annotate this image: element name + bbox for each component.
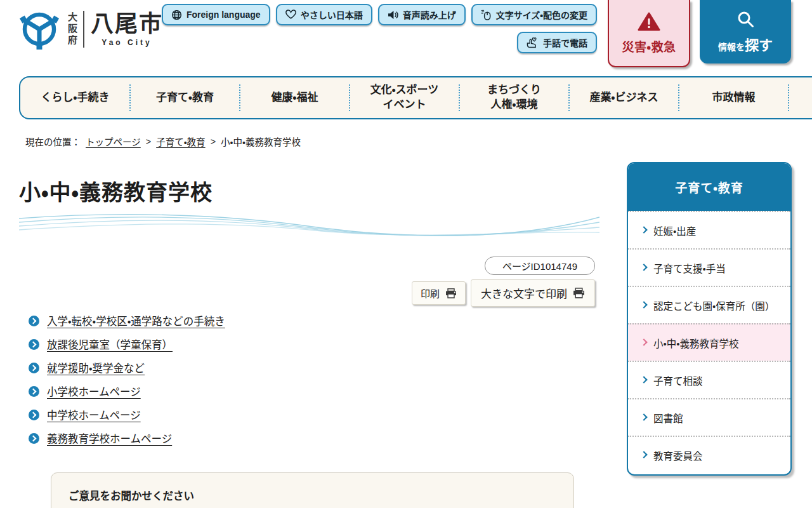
prefecture-label: 大阪府 xyxy=(67,12,77,46)
link-shogakko[interactable]: 小学校ホームページ xyxy=(47,384,141,399)
wave-decoration xyxy=(19,210,599,239)
breadcrumb-prefix: 現在の位置： xyxy=(25,135,81,148)
nav-item-bunka[interactable]: 文化・スポーツ イベント xyxy=(350,77,459,118)
nav-label: くらし・手続き xyxy=(41,91,110,105)
sidebar-item-gakko-active[interactable]: 小・中・義務教育学校 xyxy=(628,323,790,361)
print-label: 印刷 xyxy=(421,286,440,300)
link-houkago[interactable]: 放課後児童室（学童保育） xyxy=(47,337,173,352)
breadcrumb-current: 小・中・義務教育学校 xyxy=(221,135,301,148)
link-gimukyoiku[interactable]: 義務教育学校ホームページ xyxy=(47,431,172,446)
sidebar-title[interactable]: 子育て・教育 xyxy=(628,163,790,211)
yao-city-emblem-icon xyxy=(19,9,60,50)
logo-divider xyxy=(83,11,84,48)
nav-item-kurashi[interactable]: くらし・手続き xyxy=(20,77,130,118)
sign-language-phone-button[interactable]: 手話で電話 xyxy=(517,32,597,53)
list-item: 中学校ホームページ xyxy=(29,408,225,422)
print-large-label: 大きな文字で印刷 xyxy=(481,285,567,301)
city-name: 八尾市 xyxy=(91,11,163,37)
button-label: 音声読み上げ xyxy=(403,8,456,21)
nav-label: 産業・ビジネス xyxy=(590,91,658,105)
sidebar-item-label: 子育て相談 xyxy=(653,373,703,387)
chevron-right-icon xyxy=(640,413,647,420)
nav-label: 健康・福祉 xyxy=(272,91,318,105)
nav-label: 子育て・教育 xyxy=(156,91,214,105)
page-id-badge: ページID1014749 xyxy=(485,257,595,275)
print-button-row: 印刷 大きな文字で印刷 xyxy=(19,279,595,307)
search-icon xyxy=(736,10,755,29)
nav-label: まちづくり xyxy=(487,83,541,98)
nav-item-kosodate[interactable]: 子育て・教育 xyxy=(130,77,240,118)
nav-label: 文化・スポーツ xyxy=(370,83,438,98)
sign-language-icon xyxy=(527,37,539,48)
feedback-box: ご意見をお聞かせください xyxy=(51,472,574,508)
site-logo[interactable]: 大阪府 八尾市 Yao City xyxy=(19,9,163,50)
text-to-speech-button[interactable]: 音声読み上げ xyxy=(378,4,466,25)
printer-icon xyxy=(573,288,585,298)
sidebar-item-kyoiku-iinkai[interactable]: 教育委員会 xyxy=(628,436,790,473)
list-item: 就学援助・奨学金など xyxy=(29,361,225,375)
chevron-right-icon xyxy=(640,338,647,345)
breadcrumb-link-kosodate[interactable]: 子育て・教育 xyxy=(156,135,205,148)
text-size-color-button[interactable]: 文字サイズ・配色の変更 xyxy=(471,4,597,25)
page-title: 小・中・義務教育学校 xyxy=(19,175,213,206)
link-nyugaku[interactable]: 入学・転校・学校区・通学路などの手続き xyxy=(47,313,225,328)
sidebar-item-kodomoen[interactable]: 認定こども園・保育所（園） xyxy=(628,286,790,323)
speaker-icon xyxy=(388,10,398,20)
print-button[interactable]: 印刷 xyxy=(412,281,466,305)
search-label: 情報を 探す xyxy=(718,34,773,54)
sidebar-item-sodan[interactable]: 子育て相談 xyxy=(628,361,790,398)
list-item: 入学・転校・学校区・通学路などの手続き xyxy=(29,314,225,328)
button-label: 手話で電話 xyxy=(543,36,587,49)
sidebar-item-toshokan[interactable]: 図書館 xyxy=(628,398,790,436)
search-label-large: 探す xyxy=(745,34,773,54)
breadcrumb-separator: > xyxy=(146,137,151,147)
easy-japanese-button[interactable]: やさしい日本語 xyxy=(276,4,372,25)
nav-item-kenko[interactable]: 健康・福祉 xyxy=(240,77,350,118)
print-large-button[interactable]: 大きな文字で印刷 xyxy=(471,279,595,307)
nav-label: 市政情報 xyxy=(712,91,756,105)
printer-icon xyxy=(445,288,457,298)
arrow-bullet-icon xyxy=(29,339,39,350)
search-label-small: 情報を xyxy=(718,40,745,53)
button-label: 文字サイズ・配色の変更 xyxy=(496,8,587,21)
sidebar-item-label: 認定こども園・保育所（園） xyxy=(653,298,775,312)
search-info-button[interactable]: 情報を 探す xyxy=(700,0,791,64)
breadcrumb-link-top[interactable]: トップページ xyxy=(86,135,141,148)
sidebar-item-label: 小・中・義務教育学校 xyxy=(653,336,739,350)
sidebar-item-label: 妊娠・出産 xyxy=(653,224,696,237)
disaster-emergency-button[interactable]: 災害・救急 xyxy=(608,0,690,67)
utility-button-row: Foreign language やさしい日本語 音声読み上げ 文字サイズ・配色… xyxy=(162,4,597,25)
globe-icon xyxy=(171,10,182,20)
chevron-right-icon xyxy=(640,264,647,271)
chevron-right-icon xyxy=(640,376,647,383)
link-shugaku[interactable]: 就学援助・奨学金など xyxy=(47,360,145,375)
sidebar-item-shien[interactable]: 子育て支援・手当 xyxy=(628,248,790,286)
nav-item-sangyo[interactable]: 産業・ビジネス xyxy=(569,77,679,118)
mouse-icon xyxy=(481,10,492,20)
city-name-en: Yao City xyxy=(91,38,163,47)
chevron-right-icon xyxy=(640,226,647,233)
nav-label-line2: 人権・環境 xyxy=(491,98,538,112)
warning-icon xyxy=(638,12,660,32)
arrow-bullet-icon xyxy=(29,410,39,420)
chevron-right-icon xyxy=(640,451,647,458)
arrow-bullet-icon xyxy=(29,433,39,444)
breadcrumb-separator: > xyxy=(211,137,216,147)
arrow-bullet-icon xyxy=(29,386,39,397)
sidebar-item-ninshin[interactable]: 妊娠・出産 xyxy=(628,211,790,248)
nav-item-overflow xyxy=(789,77,812,118)
link-chugakko[interactable]: 中学校ホームページ xyxy=(47,407,141,422)
list-item: 放課後児童室（学童保育） xyxy=(29,337,225,351)
content-link-list: 入学・転校・学校区・通学路などの手続き 放課後児童室（学童保育） 就学援助・奨学… xyxy=(29,314,225,455)
arrow-bullet-icon xyxy=(29,316,39,326)
foreign-language-button[interactable]: Foreign language xyxy=(162,4,270,25)
utility-button-row2: 手話で電話 xyxy=(517,32,597,53)
heart-icon xyxy=(285,10,296,20)
sidebar-item-label: 図書館 xyxy=(653,411,683,425)
nav-item-machizukuri[interactable]: まちづくり 人権・環境 xyxy=(459,77,569,118)
feedback-title: ご意見をお聞かせください xyxy=(69,488,573,503)
list-item: 小学校ホームページ xyxy=(29,384,225,398)
nav-item-shisei[interactable]: 市政情報 xyxy=(679,77,789,118)
button-label: やさしい日本語 xyxy=(301,8,363,21)
sidebar-item-label: 子育て支援・手当 xyxy=(653,261,726,275)
